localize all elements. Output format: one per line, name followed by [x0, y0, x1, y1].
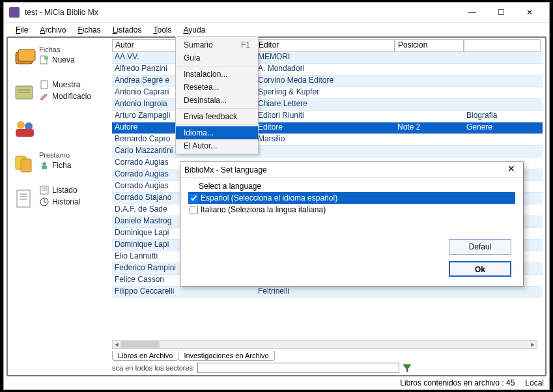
tab-libros[interactable]: Libros en Archivo — [112, 351, 178, 361]
language-dialog: BiblioMx - Set language ✕ Select a langu… — [180, 161, 524, 287]
cell-editor: Editore — [255, 122, 395, 133]
cell-pos — [395, 99, 464, 110]
cell-bio — [464, 52, 541, 63]
cell-pos — [395, 76, 464, 87]
ficha-link[interactable]: Ficha — [39, 160, 108, 171]
status-count: Libros contenidos en archivo : 45 — [400, 378, 515, 387]
edit-icon — [39, 91, 50, 102]
horizontal-scrollbar[interactable]: ◄ ► — [112, 340, 537, 349]
table-row[interactable]: Filippo CeccarelliFeltrinelli — [112, 287, 543, 298]
lang-option-italiano[interactable]: Italiano (Seleziona la lingua italiana) — [188, 204, 515, 216]
ayuda-dropdown: Sumario F1 Guia Instalacion... Resetea..… — [175, 36, 259, 154]
menu-tools[interactable]: Tools — [148, 24, 177, 36]
cell-editor: Chiare Lettere — [255, 99, 395, 110]
svg-rect-15 — [17, 190, 30, 207]
listado-link[interactable]: Listado — [39, 185, 108, 195]
cell-editor: Marsilio — [255, 134, 395, 145]
close-button[interactable]: ✕ — [515, 3, 544, 21]
cell-pos — [395, 287, 464, 298]
cell-bio: Genere — [464, 122, 541, 133]
menu-sumario[interactable]: Sumario F1 — [176, 38, 258, 51]
menu-instalacion[interactable]: Instalacion... — [176, 68, 258, 81]
menu-archivo[interactable]: Archivo — [35, 24, 71, 36]
card-icon — [39, 160, 50, 171]
col-editor[interactable]: Editor — [255, 39, 395, 52]
sumario-shortcut: F1 — [241, 40, 250, 49]
cell-editor: MEMORI — [255, 52, 395, 63]
users-group-icon — [12, 116, 38, 142]
status-bar: Libros contenidos en archivo : 45 Local — [4, 376, 549, 389]
menu-el-autor[interactable]: El Autor... — [176, 139, 258, 152]
muestra-link[interactable]: Muestra — [39, 79, 108, 90]
titlebar[interactable]: test - MiCla Biblio Mx — ☐ ✕ — [4, 3, 549, 22]
dialog-titlebar[interactable]: BiblioMx - Set language ✕ — [180, 162, 523, 178]
ok-button[interactable]: Ok — [449, 261, 511, 277]
menu-ayuda[interactable]: Ayuda — [178, 24, 210, 36]
lang-italiano-checkbox[interactable] — [190, 206, 198, 214]
scroll-left-icon[interactable]: ◄ — [113, 341, 121, 348]
historial-link[interactable]: Historial — [39, 197, 108, 207]
modificacion-link[interactable]: Modificacio — [39, 91, 108, 102]
minimize-button[interactable]: — — [458, 3, 487, 21]
muestra-label: Muestra — [52, 80, 80, 89]
dialog-close-button[interactable]: ✕ — [503, 163, 519, 176]
menubar: File Archivo Fichas Listados Tools Ayuda — [4, 22, 549, 36]
status-mode: Local — [525, 378, 544, 387]
cell-editor: Feltrinelli — [255, 287, 395, 298]
col-bio[interactable] — [464, 39, 541, 52]
lang-espanol-checkbox[interactable] — [190, 194, 198, 203]
list-icon — [39, 185, 50, 195]
idioma-label: Idioma... — [184, 128, 214, 137]
tab-investigaciones[interactable]: Investigaciones en Archivo — [178, 351, 274, 361]
cell-bio — [464, 146, 541, 157]
app-icon — [9, 7, 20, 18]
cell-bio — [464, 287, 541, 298]
search-input[interactable] — [197, 363, 399, 373]
scroll-thumb[interactable] — [121, 341, 160, 348]
svg-rect-10 — [16, 129, 34, 137]
cell-bio — [464, 64, 541, 75]
left-panel: Fichas Nueva Muestra — [10, 43, 108, 219]
menu-guia[interactable]: Guia — [176, 51, 258, 64]
listado-group-icon — [12, 186, 38, 212]
menu-fichas[interactable]: Fichas — [72, 24, 106, 36]
lang-option-espanol[interactable]: Español (Selecciona el idioma español) — [188, 192, 515, 204]
menu-listados[interactable]: Listados — [107, 24, 147, 36]
cell-editor: Editori Riuniti — [255, 111, 395, 122]
desinstala-label: Desinstala... — [184, 96, 227, 105]
cell-bio: Biografia — [464, 111, 541, 122]
app-window: test - MiCla Biblio Mx — ☐ ✕ File Archiv… — [3, 2, 550, 390]
cell-bio — [464, 76, 541, 87]
modificacion-label: Modificacio — [52, 92, 91, 101]
search-bar: sca en todos los sectores: — [112, 362, 537, 374]
cell-pos — [395, 87, 464, 98]
history-icon — [39, 197, 50, 207]
svg-rect-1 — [18, 49, 35, 61]
default-button[interactable]: Defaul — [449, 239, 511, 255]
instalacion-label: Instalacion... — [184, 70, 227, 79]
maximize-button[interactable]: ☐ — [487, 3, 515, 21]
historial-label: Historial — [52, 197, 80, 206]
cell-bio — [464, 99, 541, 110]
filter-icon[interactable] — [402, 363, 412, 373]
menu-resetea[interactable]: Resetea... — [176, 81, 258, 94]
cell-pos — [395, 146, 464, 157]
muestra-group-icon — [12, 81, 38, 107]
lang-italiano-label: Italiano (Seleziona la lingua italiana) — [201, 205, 326, 214]
menu-file[interactable]: File — [10, 24, 33, 36]
prestamo-title: Prestamo — [39, 151, 108, 159]
nueva-label: Nueva — [52, 55, 75, 64]
listado-label: Listado — [52, 186, 78, 195]
menu-envia-feedback[interactable]: Envia feedback — [176, 110, 258, 123]
col-posicion[interactable]: Posicion — [395, 39, 464, 52]
menu-idioma[interactable]: Idioma... — [176, 126, 258, 139]
menu-desinstala[interactable]: Desinstala... — [176, 94, 258, 107]
nueva-link[interactable]: Nueva — [39, 55, 108, 65]
cell-editor: Corvino Meda Editore — [255, 76, 395, 87]
cell-editor — [255, 146, 395, 157]
cell-editor: A. Mondadori — [255, 64, 395, 75]
fichas-title: Fichas — [39, 46, 108, 53]
svg-point-13 — [42, 162, 46, 166]
scroll-right-icon[interactable]: ► — [529, 341, 537, 348]
svg-point-3 — [44, 56, 48, 60]
